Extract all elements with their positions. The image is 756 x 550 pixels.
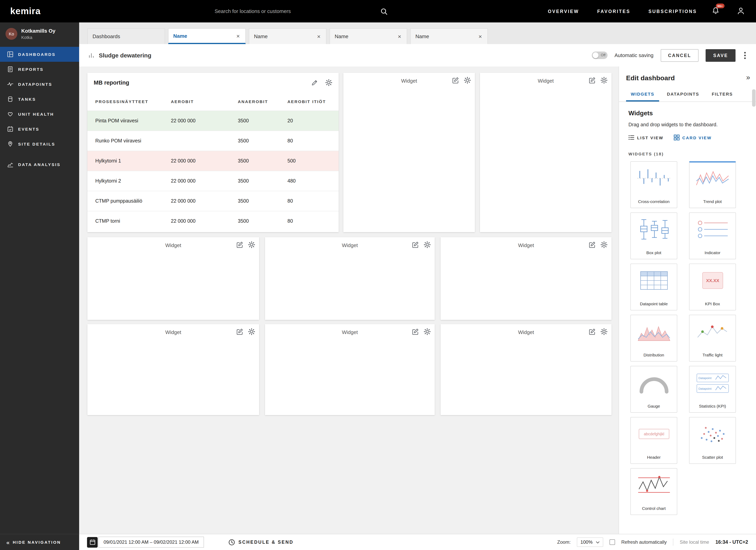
nav-favorites[interactable]: FAVORITES [597, 9, 630, 14]
widget-settings-icon[interactable] [600, 77, 608, 84]
widget-settings-icon[interactable] [464, 77, 471, 84]
company-selector[interactable]: Ko Kotkamills Oy Kotka [0, 22, 79, 44]
sidebar-item-label: SITE DETAILS [18, 142, 55, 146]
tab-name-4[interactable]: Name × [410, 28, 488, 44]
edit-widget-icon[interactable] [412, 241, 419, 248]
user-profile-icon[interactable] [737, 7, 745, 15]
panel-scrollbar[interactable] [752, 89, 756, 107]
cancel-button[interactable]: CANCEL [661, 49, 699, 62]
tab-widgets[interactable]: WIDGETS [626, 88, 659, 102]
edit-widget-icon[interactable] [589, 77, 596, 84]
zoom-select[interactable]: 100% [577, 537, 603, 547]
kpi-box-icon: XX.XX [694, 268, 731, 293]
edit-widget-icon[interactable] [311, 79, 318, 86]
widgets-description: Drag and drop widgets to the dashboard. [628, 122, 747, 128]
widget-card-statistics-kpi[interactable]: Datapoint Datapoint Statistics (KPI) [689, 366, 736, 413]
widget-card-indicator[interactable]: Indicator [689, 213, 736, 259]
unit-health-icon [7, 111, 13, 117]
edit-widget-icon[interactable] [412, 328, 419, 335]
kemira-logo: kemira [10, 6, 41, 17]
table-row: CTMP torni 22 000 000 3500 80 [87, 211, 339, 231]
save-button[interactable]: SAVE [706, 49, 736, 62]
sidebar-item-site-details[interactable]: SITE DETAILS [0, 137, 79, 152]
edit-widget-icon[interactable] [236, 241, 243, 248]
calendar-icon[interactable] [87, 537, 98, 547]
autosave-toggle[interactable]: Off [592, 52, 607, 59]
close-tab-icon[interactable]: × [478, 33, 483, 40]
sidebar-item-events[interactable]: EVENTS [0, 122, 79, 137]
sidebar-item-tanks[interactable]: TANKS [0, 92, 79, 107]
sidebar-item-datapoints[interactable]: DATAPOINTS [0, 77, 79, 92]
tab-name-3[interactable]: Name × [330, 28, 407, 44]
chevron-double-left-icon: « [6, 539, 9, 545]
widget-title: Widget [165, 242, 181, 248]
widget-card-kpi-box[interactable]: XX.XX KPI Box [689, 264, 736, 310]
widget-settings-icon[interactable] [424, 241, 431, 248]
widget-card-traffic-light[interactable]: Traffic light [689, 315, 736, 361]
schedule-and-send-button[interactable]: SCHEDULE & SEND [228, 539, 294, 545]
nav-subscriptions[interactable]: SUBSCRIPTIONS [649, 9, 697, 14]
list-view-button[interactable]: LIST VIEW [628, 135, 663, 141]
top-nav: OVERVIEW FAVORITES SUBSCRIPTIONS [548, 9, 697, 14]
table-row: Pinta POM viiravesi 22 000 000 3500 20 [87, 111, 339, 131]
widget-settings-icon[interactable] [600, 241, 608, 248]
card-view-button[interactable]: CARD VIEW [674, 135, 712, 141]
close-tab-icon[interactable]: × [235, 32, 241, 39]
sidebar-item-unit-health[interactable]: UNIT HEALTH [0, 107, 79, 122]
nav-overview[interactable]: OVERVIEW [548, 9, 579, 14]
tab-dashboards[interactable]: Dashboards [87, 28, 165, 44]
widget-title: Widget [342, 242, 358, 248]
edit-widget-icon[interactable] [236, 328, 243, 335]
widget-card-header[interactable]: abcdefghijkl Header [630, 417, 677, 464]
global-search[interactable] [215, 0, 388, 22]
toggle-knob [592, 52, 598, 58]
company-avatar: Ko [6, 28, 17, 40]
divider [673, 539, 674, 546]
tab-name-2[interactable]: Name × [249, 28, 326, 44]
hide-navigation-button[interactable]: « HIDE NAVIGATION [0, 534, 79, 550]
collapse-panel-icon[interactable]: » [746, 74, 749, 82]
more-options-icon[interactable] [743, 50, 747, 60]
site-time-value: 16:34 - UTC+2 [715, 539, 748, 545]
widget-card-gauge[interactable]: Gauge [630, 366, 677, 413]
widget-settings-icon[interactable] [248, 241, 255, 248]
close-tab-icon[interactable]: × [397, 33, 402, 40]
tab-filters[interactable]: FILTERS [707, 88, 737, 102]
tab-datapoints[interactable]: DATAPOINTS [662, 88, 704, 102]
edit-widget-icon[interactable] [452, 77, 459, 84]
tab-label: Name [335, 33, 348, 39]
sidebar-item-dashboards[interactable]: DASHBOARDS [0, 47, 79, 62]
edit-widget-icon[interactable] [589, 328, 596, 335]
chevron-down-icon [596, 541, 600, 544]
widget-card-box-plot[interactable]: Box plot [630, 213, 677, 259]
tab-name-active[interactable]: Name × [168, 28, 246, 44]
widgets-count-label: WIDGETS (18) [628, 152, 747, 156]
widget-settings-icon[interactable] [248, 328, 255, 335]
tab-label: Name [173, 33, 187, 39]
widget-card-scatter-plot[interactable]: Scatter plot [689, 417, 736, 464]
search-input[interactable] [215, 8, 348, 14]
widget-settings-icon[interactable] [325, 79, 332, 86]
sidebar-item-data-analysis[interactable]: DATA ANALYSIS [0, 157, 79, 172]
hide-navigation-label: HIDE NAVIGATION [13, 540, 61, 544]
widget-card-cross-correlation[interactable]: Cross-correlation [630, 161, 677, 208]
widget-card-distribution[interactable]: Distribution [630, 315, 677, 361]
date-range-selector[interactable]: 09/01/2021 12:00 AM – 09/02/2021 12:00 A… [98, 537, 204, 548]
search-icon[interactable] [380, 7, 388, 15]
sidebar-item-reports[interactable]: REPORTS [0, 62, 79, 77]
company-location: Kotka [21, 35, 55, 40]
edit-widget-icon[interactable] [589, 241, 596, 248]
widget-card-control-chart[interactable]: Control chart [630, 468, 677, 515]
card-view-icon [674, 135, 680, 141]
dashboard-title-icon [88, 52, 95, 59]
widget-title: MB reporting [94, 80, 129, 86]
widget-card-datapoint-table[interactable]: Datapoint table [630, 264, 677, 310]
main-area: Dashboards Name × Name × Name × Name × [79, 22, 756, 534]
widget-settings-icon[interactable] [424, 328, 431, 335]
dashboard-header: Sludge dewatering Off Automatic saving C… [79, 44, 756, 67]
refresh-label: Refresh automatically [621, 539, 667, 545]
widget-card-trend-plot[interactable]: Trend plot [689, 161, 736, 208]
widget-settings-icon[interactable] [600, 328, 608, 335]
refresh-checkbox[interactable] [610, 539, 615, 545]
close-tab-icon[interactable]: × [316, 33, 321, 40]
